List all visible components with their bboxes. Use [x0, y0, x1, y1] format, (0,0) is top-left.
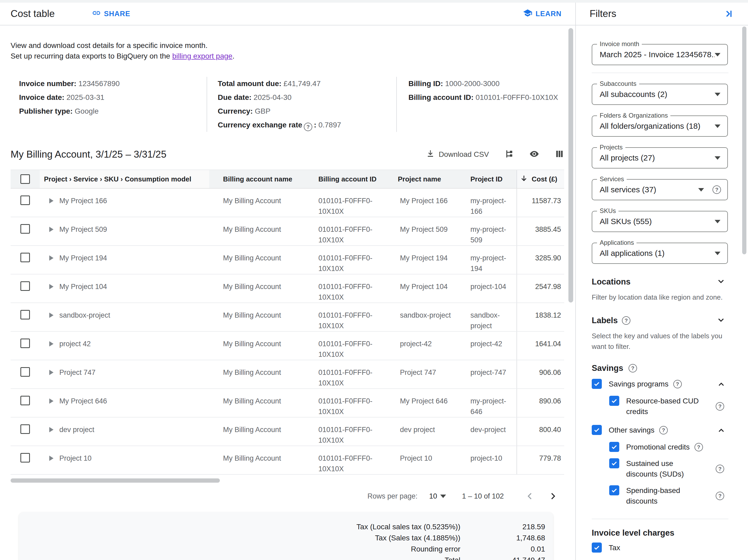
caret-down-icon	[715, 93, 721, 96]
invoice-month-select[interactable]: Invoice month March 2025 - Invoice 12345…	[592, 44, 728, 65]
filters-header: Filters	[576, 3, 748, 25]
chevron-up-icon[interactable]	[717, 426, 726, 436]
locations-title: Locations	[592, 277, 630, 287]
labels-section-header[interactable]: Labels ?	[592, 315, 728, 326]
learn-label: LEARN	[536, 10, 562, 18]
totals-row: Tax (Local sales tax (0.5235%))218.59	[19, 521, 545, 533]
sustained-use-discounts-checkbox[interactable]	[609, 458, 619, 468]
row-checkbox[interactable]	[20, 224, 30, 234]
chevron-down-icon[interactable]	[716, 315, 726, 326]
folders-organizations-select[interactable]: Folders & Organizations All folders/orga…	[592, 116, 728, 137]
share-label: SHARE	[104, 10, 131, 18]
table-row: My Project 104 My Billing Account 010101…	[10, 275, 564, 303]
resource-cud-credits-checkbox[interactable]	[609, 396, 619, 406]
savings-programs-help-icon[interactable]: ?	[673, 380, 682, 388]
row-checkbox[interactable]	[20, 367, 30, 377]
subaccounts-select[interactable]: Subaccounts All subaccounts (2)	[592, 84, 728, 105]
column-header-main[interactable]: Project › Service › SKU › Consumption mo…	[40, 170, 209, 188]
next-page-button[interactable]	[541, 492, 564, 501]
spending-based-discounts-help-icon[interactable]: ?	[716, 492, 724, 500]
expand-row-icon[interactable]	[49, 227, 53, 232]
exchange-rate-help-icon[interactable]: ?	[304, 123, 312, 131]
promotional-credits-label: Promotional credits	[626, 442, 690, 452]
filters-title: Filters	[590, 8, 616, 19]
column-header-billing-account-name[interactable]: Billing account name	[209, 170, 305, 188]
locations-section-header[interactable]: Locations	[592, 277, 728, 287]
row-checkbox[interactable]	[20, 339, 30, 348]
expand-row-icon[interactable]	[49, 456, 53, 461]
savings-help-icon[interactable]: ?	[629, 364, 637, 372]
top-strip	[0, 0, 748, 3]
caret-down-icon	[715, 156, 721, 160]
share-button[interactable]: SHARE	[92, 8, 131, 19]
expand-row-icon[interactable]	[49, 370, 53, 375]
invoice-level-charges-title: Invoice level charges	[592, 528, 674, 538]
promotional-credits-checkbox[interactable]	[609, 442, 619, 452]
column-header-project-id[interactable]: Project ID	[461, 170, 516, 188]
invoice-summary-col2: Total amount due: £41,749.47 Due date: 2…	[207, 77, 396, 132]
row-checkbox[interactable]	[20, 396, 30, 405]
applications-select[interactable]: Applications All applications (1)	[592, 243, 728, 264]
download-csv-label: Download CSV	[439, 150, 489, 159]
sustained-use-discounts-help-icon[interactable]: ?	[716, 465, 724, 473]
rows-per-page-select[interactable]: 10	[429, 492, 446, 500]
collapse-panel-button[interactable]	[723, 8, 734, 19]
row-checkbox[interactable]	[20, 253, 30, 262]
expand-row-icon[interactable]	[49, 284, 53, 289]
eye-icon	[529, 149, 539, 160]
cost-cell: 1641.04	[516, 332, 564, 360]
billing-export-link[interactable]: billing export page	[172, 52, 232, 60]
expand-row-icon[interactable]	[49, 398, 53, 404]
other-savings-help-icon[interactable]: ?	[659, 426, 668, 435]
chevron-down-icon[interactable]	[716, 277, 726, 287]
services-help-icon[interactable]: ?	[712, 185, 721, 194]
table-header-row: Project › Service › SKU › Consumption mo…	[10, 169, 564, 189]
learn-button[interactable]: LEARN	[523, 8, 562, 20]
column-header-cost[interactable]: Cost (£)	[516, 170, 564, 188]
projects-select[interactable]: Projects All projects (27)	[592, 147, 728, 168]
row-checkbox[interactable]	[20, 424, 30, 434]
visibility-button[interactable]	[529, 149, 539, 160]
row-checkbox[interactable]	[20, 310, 30, 320]
services-select[interactable]: Services All services (37) ?	[592, 179, 728, 200]
column-header-billing-account-id[interactable]: Billing account ID	[305, 170, 384, 188]
table-actions: Download CSV	[426, 149, 564, 160]
filters-vertical-scrollbar[interactable]	[742, 26, 746, 254]
group-tree-button[interactable]	[504, 149, 514, 160]
previous-page-button[interactable]	[519, 492, 541, 501]
savings-programs-checkbox[interactable]	[592, 379, 602, 389]
intro-line-2: Set up recurring data exports to BigQuer…	[10, 51, 575, 62]
tax-row: Tax	[592, 542, 728, 553]
billing-id-row: Billing ID: 1000-2000-3000	[408, 77, 558, 91]
promotional-credits-help-icon[interactable]: ?	[695, 443, 703, 451]
chevron-up-icon[interactable]	[717, 380, 726, 390]
link-icon	[92, 8, 101, 19]
main-vertical-scrollbar[interactable]	[568, 28, 573, 303]
row-checkbox[interactable]	[20, 195, 30, 205]
table-toolbar: My Billing Account, 3/1/25 – 3/31/25 Dow…	[10, 149, 564, 160]
select-all-checkbox[interactable]	[20, 174, 30, 184]
expand-row-icon[interactable]	[49, 341, 53, 347]
expand-row-icon[interactable]	[49, 198, 53, 204]
table-row: project 42 My Billing Account 010101-F0F…	[10, 332, 564, 360]
table-row: dev project My Billing Account 010101-F0…	[10, 418, 564, 446]
row-checkbox[interactable]	[20, 281, 30, 291]
table-title: My Billing Account, 3/1/25 – 3/31/25	[10, 149, 166, 160]
spending-based-discounts-checkbox[interactable]	[609, 485, 619, 495]
row-checkbox[interactable]	[20, 453, 30, 463]
columns-button[interactable]	[555, 149, 564, 160]
savings-section-header: Savings ?	[592, 364, 728, 373]
savings-programs-label: Savings programs	[609, 379, 669, 390]
horizontal-scrollbar[interactable]	[10, 479, 220, 483]
table-row: Project 10 My Billing Account 010101-F0F…	[10, 446, 564, 475]
expand-row-icon[interactable]	[49, 255, 53, 261]
column-header-project-name[interactable]: Project name	[384, 170, 461, 188]
tax-checkbox[interactable]	[592, 542, 602, 553]
labels-help-icon[interactable]: ?	[622, 316, 630, 325]
resource-cud-credits-help-icon[interactable]: ?	[716, 402, 724, 411]
other-savings-checkbox[interactable]	[592, 425, 602, 435]
expand-row-icon[interactable]	[49, 427, 53, 432]
download-csv-button[interactable]: Download CSV	[426, 149, 489, 160]
skus-select[interactable]: SKUs All SKUs (555)	[592, 211, 728, 232]
expand-row-icon[interactable]	[49, 312, 53, 318]
